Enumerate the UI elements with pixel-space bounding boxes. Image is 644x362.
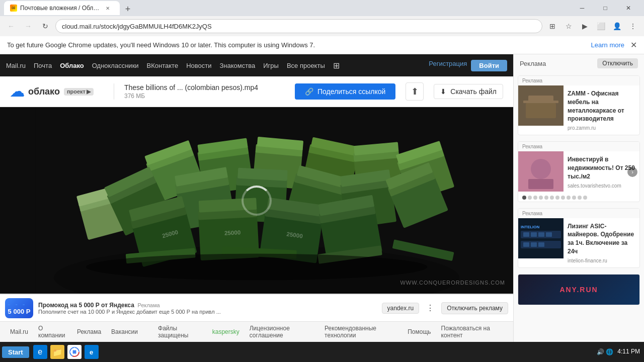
ad-card-tovar[interactable]: Реклама Инвестируй в недвижимость! От 25… (518, 141, 640, 202)
address-bar[interactable]: cloud.mail.ru/stock/jdgyGaBMMUiLH4fD6MK2… (55, 19, 542, 33)
footer-kaspersky-link[interactable]: kaspersky (212, 328, 239, 335)
tab-close-button[interactable]: ✕ (104, 4, 112, 12)
footer-recommended-link[interactable]: Рекомендованные технологии (325, 325, 397, 339)
file-title: These billions of ... (colombian pesos).… (124, 83, 285, 92)
carousel-dot-11[interactable] (578, 196, 582, 200)
bottom-ad-promo: Промокод на 5 000 Р от Яндекса Реклама (38, 302, 377, 309)
nav-link-pochta[interactable]: Почта (34, 62, 52, 69)
carousel-dot-4[interactable] (539, 196, 543, 200)
share-label: Поделиться ссылкой (317, 87, 385, 96)
ad-tag-3: Реклама (518, 209, 639, 218)
footer-link-jobs[interactable]: Вакансии (111, 328, 138, 335)
ad-tag-2: Реклама (518, 142, 639, 151)
ad-more-button[interactable]: ⋮ (424, 301, 436, 315)
back-button[interactable]: ← (4, 19, 18, 33)
page-footer: Mail.ru О компании Реклама Вакансии Файл… (0, 321, 513, 342)
footer-link-mailru[interactable]: Mail.ru (10, 328, 28, 335)
ad-card-intelion[interactable]: Реклама INTELION (518, 208, 640, 268)
ad-image-zamm (518, 85, 564, 126)
refresh-button[interactable]: ↻ (38, 19, 52, 33)
svg-rect-77 (531, 242, 537, 247)
new-tab-button[interactable]: + (122, 3, 134, 15)
upload-button[interactable]: ⬆ (406, 82, 424, 101)
taskbar-ie-icon[interactable]: e (33, 345, 47, 359)
svg-rect-78 (538, 242, 544, 247)
address-text: cloud.mail.ru/stock/jdgyGaBMMUiLH4fD6MK2… (62, 23, 536, 30)
footer-complaint-link[interactable]: Пожаловаться на контент (441, 325, 503, 339)
apps-grid-icon[interactable]: ⊞ (333, 61, 340, 70)
login-button[interactable]: Войти (471, 60, 507, 71)
taskbar-edge-icon[interactable]: e (85, 345, 99, 359)
disable-ad-bottom-button[interactable]: Отключить рекламу (441, 302, 508, 314)
start-button[interactable]: Start (2, 346, 29, 358)
tab-favicon: ✉ (10, 5, 17, 12)
nav-link-znakomstva[interactable]: Знакомства (219, 62, 255, 69)
yandex-brand-link[interactable]: yandex.ru (382, 303, 420, 314)
footer-help-link[interactable]: Помощь (408, 328, 431, 335)
bookmark-icon[interactable]: ☆ (561, 19, 576, 33)
ad-sidebar: Реклама Отключить Реклама (513, 54, 644, 342)
ad-card-anyrun[interactable]: ANY.RUN (518, 274, 640, 305)
extensions-icon[interactable]: ⊞ (545, 19, 559, 33)
forward-button[interactable]: → (21, 19, 35, 33)
footer-license-link[interactable]: Лицензионное соглашение (250, 325, 314, 339)
os-taskbar: Start e 📁 e 🔊 🌐 4:11 PM (0, 342, 644, 362)
profile-icon[interactable]: 👤 (610, 19, 624, 33)
carousel-dot-1[interactable] (522, 196, 526, 200)
share-button[interactable]: 🔗 Поделиться ссылкой (295, 83, 395, 100)
title-bar: ✉ Почтовые вложения / Облако Ма... ✕ + ─… (0, 0, 644, 16)
svg-rect-74 (538, 232, 544, 237)
carousel-dot-10[interactable] (572, 196, 576, 200)
ad-disable-button[interactable]: Отключить (597, 58, 638, 68)
nav-link-ok[interactable]: Одноклассники (92, 62, 139, 69)
footer-link-company[interactable]: О компании (38, 325, 67, 339)
nav-link-games[interactable]: Игры (263, 62, 279, 69)
download-button[interactable]: ⬇ Скачать файл (434, 84, 503, 99)
nav-link-mailru[interactable]: Mail.ru (6, 62, 26, 69)
close-button[interactable]: ✕ (617, 0, 640, 16)
ad-next-arrow[interactable]: › (627, 167, 637, 177)
register-button[interactable]: Регистрация (429, 60, 467, 71)
carousel-dot-2[interactable] (528, 196, 532, 200)
carousel-dot-3[interactable] (533, 196, 537, 200)
svg-rect-75 (546, 232, 552, 237)
svg-text:INTELION: INTELION (521, 225, 540, 229)
carousel-dot-9[interactable] (567, 196, 571, 200)
tab-bar: ✉ Почтовые вложения / Облако Ма... ✕ + (4, 1, 567, 15)
file-name-block: These billions of ... (colombian pesos).… (114, 83, 285, 100)
taskbar-folder-icon[interactable]: 📁 (50, 345, 64, 359)
svg-rect-64 (528, 96, 553, 102)
nav-link-all[interactable]: Все проекты (287, 62, 325, 69)
maximize-button[interactable]: □ (594, 0, 617, 16)
window-icon[interactable]: ⬜ (594, 19, 608, 33)
cast-icon[interactable]: ▶ (578, 19, 592, 33)
carousel-dot-7[interactable] (555, 196, 559, 200)
learn-more-link[interactable]: Learn more (591, 41, 624, 49)
menu-icon[interactable]: ⋮ (626, 19, 640, 33)
ad-card-zamm[interactable]: Реклама ZAMM - Офисная мебель на металло… (518, 75, 640, 135)
ad-tag-1: Реклама (518, 76, 639, 85)
nav-link-oblako[interactable]: Облако (60, 62, 84, 69)
anyrun-logo: ANY.RUN (559, 286, 598, 294)
active-tab[interactable]: ✉ Почтовые вложения / Облако Ма... ✕ (4, 1, 120, 15)
svg-rect-76 (523, 242, 529, 247)
cloud-logo: ☁ облако проект ▶ (10, 83, 94, 100)
carousel-dot-5[interactable] (544, 196, 548, 200)
nav-link-news[interactable]: Новости (186, 62, 211, 69)
nav-link-vk[interactable]: ВКонтакте (147, 62, 179, 69)
footer-link-ads[interactable]: Реклама (77, 328, 101, 335)
carousel-dot-6[interactable] (550, 196, 554, 200)
video-preview-area[interactable]: 25000 25000 25000 W (0, 107, 513, 294)
update-message: To get future Google Chrome updates, you… (7, 41, 315, 49)
auth-buttons: Регистрация Войти (429, 60, 507, 71)
taskbar-icons-right: 🔊 🌐 (597, 348, 613, 355)
close-update-button[interactable]: ✕ (630, 40, 637, 50)
svg-rect-72 (523, 232, 529, 237)
minimize-button[interactable]: ─ (571, 0, 594, 16)
file-size: 376 МБ (124, 93, 285, 100)
taskbar-chrome-icon[interactable] (67, 345, 82, 359)
upload-icon: ⬆ (411, 86, 419, 97)
svg-text:25000: 25000 (224, 229, 241, 236)
carousel-dot-8[interactable] (561, 196, 565, 200)
carousel-dot-12[interactable] (583, 196, 587, 200)
